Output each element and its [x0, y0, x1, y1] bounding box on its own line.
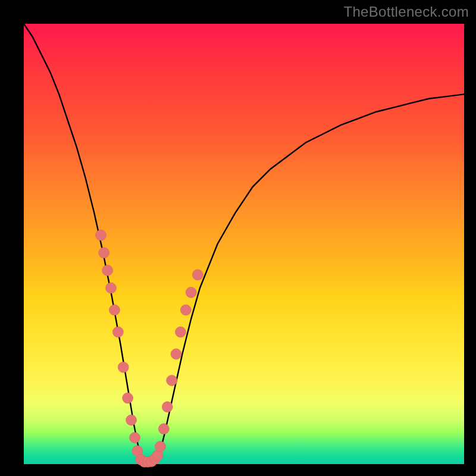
data-dot	[171, 349, 181, 359]
data-dot	[106, 283, 117, 293]
data-dot	[158, 424, 169, 434]
data-dot	[123, 393, 133, 403]
data-dot	[129, 433, 140, 443]
data-dot	[102, 265, 113, 275]
data-dot	[126, 415, 137, 425]
chart-plot-area	[24, 24, 464, 464]
data-dot	[186, 287, 196, 298]
bottleneck-curve	[24, 24, 464, 464]
data-dot	[175, 327, 186, 337]
chart-svg	[24, 24, 464, 464]
chart-stage: TheBottleneck.com	[0, 0, 476, 476]
data-dot	[112, 327, 123, 337]
data-dot	[96, 230, 107, 240]
data-dot	[99, 248, 109, 258]
data-dot	[109, 305, 120, 315]
data-dot	[155, 441, 165, 452]
data-dots	[96, 230, 203, 467]
watermark-text: TheBottleneck.com	[343, 4, 469, 20]
data-dot	[180, 305, 191, 315]
data-dot	[162, 402, 173, 412]
data-dot	[192, 270, 203, 280]
data-dot	[167, 375, 177, 386]
data-dot	[118, 362, 129, 372]
